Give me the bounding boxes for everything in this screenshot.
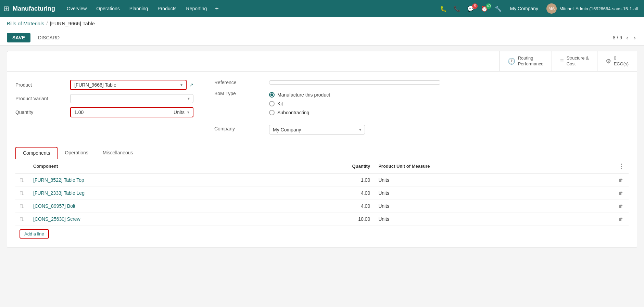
- bom-type-subcontracting-label: Subcontracting: [277, 110, 309, 115]
- table-row: ⇅ [FURN_8522] Table Top 1.00 Units 🗑: [15, 174, 629, 187]
- bom-type-subcontracting-radio[interactable]: [269, 110, 275, 115]
- structure-cost-button[interactable]: ≡ Structure & Cost: [552, 51, 597, 71]
- component-cell[interactable]: [CONS_25630] Screw: [29, 213, 269, 226]
- bom-type-subcontracting[interactable]: Subcontracting: [269, 110, 330, 115]
- top-nav: ⊞ Manufacturing Overview Operations Plan…: [0, 0, 644, 17]
- product-input[interactable]: [FURN_9666] Table ▾: [70, 80, 187, 90]
- quantity-cell: 4.00: [269, 200, 375, 213]
- nav-reporting[interactable]: Reporting: [182, 4, 211, 13]
- sort-handle-cell: ⇅: [15, 174, 29, 187]
- column-options-icon[interactable]: ⋮: [618, 163, 624, 170]
- bom-type-kit-radio[interactable]: [269, 101, 275, 106]
- product-row: Product [FURN_9666] Table ▾ ↗: [15, 80, 193, 90]
- table-row: ⇅ [FURN_2333] Table Leg 4.00 Units 🗑: [15, 187, 629, 200]
- company-label: Company: [214, 126, 269, 131]
- uom-cell: Units: [374, 200, 614, 213]
- quantity-cell: 1.00: [269, 174, 375, 187]
- form-left: Product [FURN_9666] Table ▾ ↗ Product Va…: [15, 80, 193, 139]
- product-variant-field: ▾: [70, 94, 193, 103]
- nav-products[interactable]: Products: [153, 4, 180, 13]
- product-label: Product: [15, 82, 70, 88]
- components-table: Component Quantity Product Unit of Measu…: [15, 159, 629, 226]
- product-external-link-icon[interactable]: ↗: [189, 82, 193, 88]
- company-value: My Company: [273, 127, 301, 132]
- product-variant-input[interactable]: ▾: [70, 94, 193, 103]
- product-value: [FURN_9666] Table: [74, 82, 116, 88]
- nav-operations[interactable]: Operations: [92, 4, 124, 13]
- quantity-col-header: Quantity: [269, 159, 375, 174]
- row-actions-cell: 🗑: [614, 213, 629, 226]
- tabs-header: Components Operations Miscellaneous: [15, 147, 629, 159]
- form-columns: Product [FURN_9666] Table ▾ ↗ Product Va…: [15, 80, 629, 139]
- quantity-input[interactable]: 1.00 Units ▾: [70, 107, 193, 117]
- product-variant-label: Product Variant: [15, 96, 70, 101]
- company-row: Company My Company ▾: [214, 123, 629, 135]
- prev-page-button[interactable]: ‹: [625, 34, 630, 41]
- user-section[interactable]: MA Mitchell Admin (15926664-saas-15-1-al…: [544, 2, 641, 15]
- phone-icon[interactable]: 📞: [451, 4, 463, 13]
- sort-handle-icon[interactable]: ⇅: [20, 216, 24, 222]
- delete-row-icon[interactable]: 🗑: [618, 177, 623, 183]
- app-grid-icon[interactable]: ⊞: [3, 4, 9, 13]
- tab-miscellaneous[interactable]: Miscellaneous: [96, 147, 140, 159]
- bom-type-manufacture-radio[interactable]: [269, 92, 275, 98]
- breadcrumb-link[interactable]: Bills of Materials: [7, 21, 44, 26]
- routing-performance-button[interactable]: 🕐 Routing Performance: [499, 51, 552, 71]
- component-cell[interactable]: [FURN_8522] Table Top: [29, 174, 269, 187]
- bom-type-kit-label: Kit: [277, 101, 283, 106]
- structure-cost-label: Structure & Cost: [567, 55, 589, 67]
- quantity-cell: 10.00: [269, 213, 375, 226]
- form-right: Reference BoM Type Manufacture this prod…: [214, 80, 629, 139]
- smart-buttons: 🕐 Routing Performance ≡ Structure & Cost…: [7, 51, 637, 71]
- sort-handle-icon[interactable]: ⇅: [20, 190, 24, 196]
- tab-components[interactable]: Components: [15, 147, 58, 159]
- bom-type-kit[interactable]: Kit: [269, 101, 330, 106]
- nav-add-icon[interactable]: +: [212, 4, 222, 14]
- component-cell[interactable]: [FURN_2333] Table Leg: [29, 187, 269, 200]
- eco-label: 0 ECO(s): [614, 55, 629, 67]
- sort-col-header: [15, 159, 29, 174]
- add-line-button[interactable]: Add a line: [20, 229, 49, 239]
- save-button[interactable]: SAVE: [7, 33, 30, 42]
- gear-icon: ⚙: [606, 57, 611, 65]
- eco-button[interactable]: ⚙ 0 ECO(s): [597, 51, 637, 71]
- delete-row-icon[interactable]: 🗑: [618, 190, 623, 196]
- bom-type-manufacture[interactable]: Manufacture this product: [269, 92, 330, 98]
- component-cell[interactable]: [CONS_89957] Bolt: [29, 200, 269, 213]
- product-dropdown-icon: ▾: [180, 82, 182, 87]
- list-icon: ≡: [560, 57, 564, 65]
- product-variant-row: Product Variant ▾: [15, 94, 193, 103]
- nav-overview[interactable]: Overview: [63, 4, 91, 13]
- reference-input[interactable]: [269, 80, 440, 85]
- reference-field: [269, 80, 440, 85]
- bug-icon[interactable]: 🐛: [437, 4, 450, 13]
- form-separator: [204, 80, 204, 139]
- sort-handle-icon[interactable]: ⇅: [20, 177, 24, 183]
- delete-row-icon[interactable]: 🗑: [618, 216, 623, 222]
- row-actions-cell: 🗑: [614, 187, 629, 200]
- company-input[interactable]: My Company ▾: [269, 125, 365, 135]
- bom-type-row: BoM Type Manufacture this product Kit: [214, 89, 629, 119]
- quantity-label: Quantity: [15, 110, 70, 115]
- tabs-area: Components Operations Miscellaneous Comp…: [15, 147, 629, 242]
- delete-row-icon[interactable]: 🗑: [618, 203, 623, 209]
- activity-badge: 40: [486, 3, 491, 9]
- discard-button[interactable]: DISCARD: [34, 33, 64, 42]
- product-field: [FURN_9666] Table ▾: [70, 80, 187, 90]
- next-page-button[interactable]: ›: [632, 34, 637, 41]
- tab-operations[interactable]: Operations: [58, 147, 95, 159]
- company-name[interactable]: My Company: [506, 4, 542, 13]
- chat-icon[interactable]: 💬 5: [465, 4, 477, 13]
- chat-badge: 5: [472, 3, 478, 9]
- bom-type-options: Manufacture this product Kit Subcontract…: [269, 92, 330, 119]
- quantity-field: 1.00 Units ▾: [70, 107, 193, 117]
- quantity-cell: 4.00: [269, 187, 375, 200]
- quantity-unit: Units: [174, 110, 185, 115]
- activity-icon[interactable]: ⏰ 40: [478, 4, 491, 13]
- bom-type-manufacture-label: Manufacture this product: [277, 92, 330, 98]
- component-col-header: Component: [29, 159, 269, 174]
- nav-planning[interactable]: Planning: [125, 4, 152, 13]
- sort-handle-icon[interactable]: ⇅: [20, 203, 24, 209]
- sort-handle-cell: ⇅: [15, 213, 29, 226]
- settings-icon[interactable]: 🔧: [492, 4, 504, 13]
